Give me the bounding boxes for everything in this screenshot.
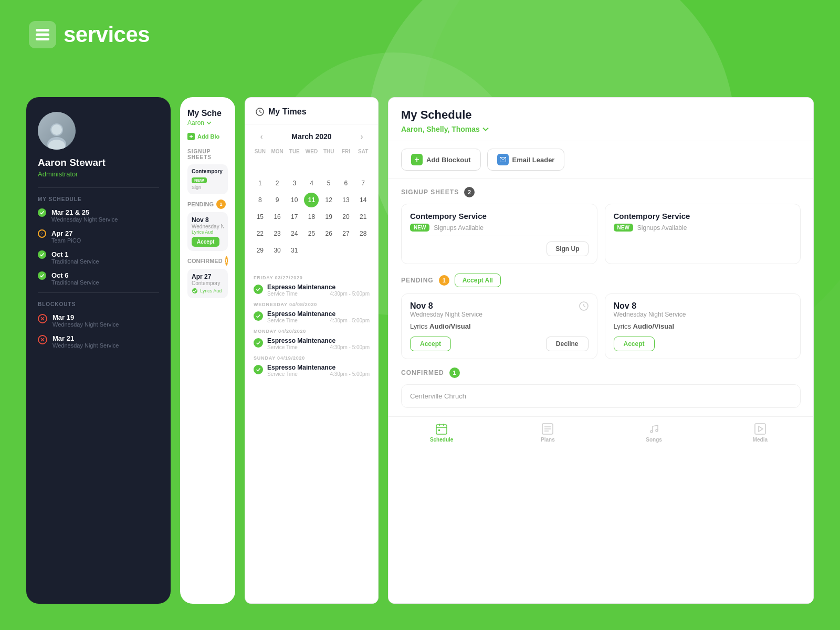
signup-card-name: Contempory Service [614, 212, 792, 220]
user-role: Administrator [38, 170, 159, 178]
add-blockout-label: Add Blockout [426, 156, 471, 164]
x-icon [38, 335, 47, 344]
signup-badge-row: NEW Signups Available [614, 224, 792, 232]
event-meta: Service Time 4:30pm - 5:00pm [267, 371, 370, 377]
cal-row: 8 9 10 11 12 13 14 [251, 192, 372, 208]
mid-sheet-item: Contempory NEW Sign [187, 164, 228, 194]
mid-accept-btn[interactable]: Accept [192, 237, 219, 247]
nav-item-media[interactable]: Media [707, 423, 813, 443]
sign-up-button[interactable]: Sign Up [547, 242, 588, 256]
schedule-service: Traditional Service [51, 258, 99, 265]
nav-label-schedule: Schedule [430, 437, 453, 443]
cal-row: 15 16 17 18 19 20 21 [251, 209, 372, 225]
schedule-body: SIGNUP SHEETS 2 Contempory Service NEW S… [388, 178, 813, 416]
event-meta: Service Time 4:30pm - 5:00pm [267, 344, 370, 350]
nav-item-plans[interactable]: Plans [495, 423, 601, 443]
main-content: Aaron Stewart Administrator MY SCHEDULE … [26, 97, 814, 604]
event-check-icon [254, 311, 263, 321]
accept-button[interactable]: Accept [614, 337, 655, 351]
next-month-btn[interactable]: › [356, 131, 368, 142]
mid-item-service: Wednesday N [192, 224, 224, 229]
schedule-title: My Schedule [401, 108, 801, 122]
check-icon [38, 208, 46, 217]
nav-item-schedule[interactable]: Schedule [388, 423, 495, 443]
event-item: Espresso Maintenance Service Time 4:30pm… [254, 310, 370, 323]
nav-item-songs[interactable]: Songs [601, 423, 707, 443]
email-leader-button[interactable]: Email Leader [487, 149, 565, 171]
svg-line-23 [584, 306, 585, 307]
calendar-days-header: SUN MON TUE WED THU FRI SAT [251, 146, 372, 156]
cal-row [251, 159, 372, 174]
accept-button[interactable]: Accept [410, 337, 451, 351]
svg-text:?: ? [40, 232, 43, 236]
event-check-icon [254, 365, 263, 374]
nav-label-media: Media [753, 437, 768, 443]
event-name: Espresso Maintenance [267, 364, 370, 371]
check-icon [38, 271, 46, 280]
event-item: Espresso Maintenance Service Time 4:30pm… [254, 364, 370, 377]
blockout-service: Wednesday Night Service [52, 342, 119, 349]
schedule-service: Traditional Service [51, 279, 99, 286]
blockout-date: Mar 21 [52, 334, 119, 342]
pending-card: Nov 8 Wednesday Night Service Lyrics Aud… [605, 293, 801, 359]
new-badge: NEW [614, 224, 633, 232]
add-blockout-button[interactable]: Add Blockout [401, 149, 481, 171]
mid-confirmed-item: Apr 27 Contempory Lyrics Aud [187, 269, 228, 298]
mid-add-block-btn[interactable]: Add Blo [187, 133, 228, 140]
signup-card: Contempory Service NEW Signups Available [605, 204, 801, 264]
schedule-service: Team PiCO [51, 237, 81, 244]
pending-card-date: Nov 8 [410, 301, 589, 311]
avatar [38, 112, 76, 150]
signup-badge-row: NEW Signups Available [410, 224, 589, 232]
blockouts-label: BLOCKOUTS [38, 301, 159, 307]
user-name: Aaron Stewart [38, 157, 159, 169]
signup-cards: Contempory Service NEW Signups Available… [401, 204, 801, 264]
calendar-icon [436, 423, 447, 435]
schedule-service: Wednesday Night Service [51, 216, 118, 223]
mid-confirmed-date: Apr 27 [192, 273, 224, 280]
nav-label-songs: Songs [646, 437, 662, 443]
pending-card-date: Nov 8 [614, 301, 792, 311]
mid-confirmed-role: Lyrics Aud [200, 288, 222, 293]
schedule-item: ? Apr 27 Team PiCO [38, 229, 159, 244]
schedule-header: My Schedule Aaron, Shelly, Thomas [388, 98, 813, 141]
nav-label-plans: Plans [541, 437, 555, 443]
music-icon [648, 423, 660, 435]
decline-button[interactable]: Decline [546, 337, 589, 351]
mid-confirmed-service: Contempory [192, 280, 224, 286]
blockout-service: Wednesday Night Service [52, 321, 119, 328]
mid-confirmed-label: CONFIRMED 1 [187, 256, 228, 266]
mid-sheet-sub: Sign [192, 185, 224, 190]
my-schedule-label: MY SCHEDULE [38, 196, 159, 202]
signup-card-name: Contempory Service [410, 212, 589, 220]
event-meta: Service Time 4:30pm - 5:00pm [267, 318, 370, 323]
svg-marker-36 [759, 426, 763, 432]
svg-line-17 [260, 112, 261, 113]
add-blockout-icon [411, 154, 423, 165]
times-header: My Times [245, 98, 378, 124]
divider [38, 187, 159, 188]
prev-month-btn[interactable]: ‹ [256, 131, 267, 142]
signup-count-badge: 2 [464, 187, 475, 197]
confirmed-label: CONFIRMED [401, 369, 444, 376]
event-check-icon [254, 285, 263, 294]
times-card: My Times ‹ March 2020 › SUN MON TUE WED … [245, 97, 379, 604]
pending-icon: ? [38, 229, 46, 238]
schedule-people[interactable]: Aaron, Shelly, Thomas [401, 125, 801, 133]
times-events: FRIDAY 03/27/2020 Espresso Maintenance S… [245, 265, 378, 386]
mid-title: My Sche [187, 109, 228, 118]
schedule-card: My Schedule Aaron, Shelly, Thomas Add Bl… [388, 97, 814, 604]
mid-signup-label: SIGNUP SHEETS [187, 149, 228, 160]
blockout-date: Mar 19 [52, 313, 119, 321]
accept-all-button[interactable]: Accept All [455, 274, 501, 287]
app-title: services [64, 22, 150, 47]
play-icon [754, 423, 766, 435]
x-icon [38, 314, 47, 323]
schedule-item: Oct 6 Traditional Service [38, 271, 159, 286]
clock-icon [579, 301, 589, 311]
pending-count-badge: 1 [439, 275, 449, 286]
signup-available: Signups Available [434, 224, 484, 232]
svg-rect-0 [36, 29, 49, 32]
pending-header-row: PENDING 1 Accept All [401, 274, 801, 287]
bottom-nav: Schedule Plans Songs Media [388, 416, 813, 447]
